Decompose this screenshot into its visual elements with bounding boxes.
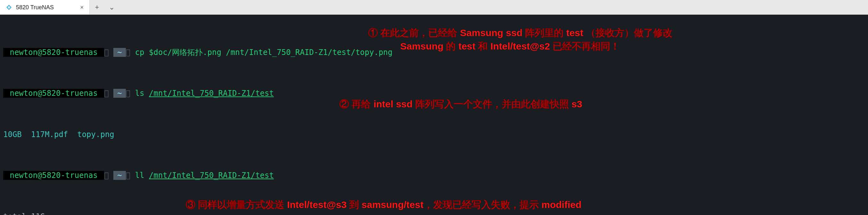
command-text: cp $doc/网络拓扑.png /mnt/Intel_750_RAID-Z1/… xyxy=(135,48,393,57)
ls-output: 117M.pdf topy.png xyxy=(22,130,114,139)
tab-menu-caret-icon[interactable]: ⌄ xyxy=(104,0,119,14)
prompt-sep-icon:  xyxy=(104,48,108,57)
annotation-1-line1: ① 在此之前，已经给 Samsung ssd 阵列里的 test （接收方）做了… xyxy=(368,28,672,38)
tab-title: 5820 TrueNAS xyxy=(16,4,54,10)
command-text: ll /mnt/Intel_750_RAID-Z1/test xyxy=(135,171,274,180)
terminal-line: total 11G xyxy=(3,212,865,215)
prompt-user-host: newton@5820-truenas xyxy=(3,48,104,57)
prompt-cwd: ~ xyxy=(113,48,125,57)
terminal-line: 10GB 117M.pdf topy.png xyxy=(3,130,865,140)
annotation-2: ② 再给 intel ssd 阵列写入一个文件，并由此创建快照 s3 xyxy=(339,99,582,109)
prompt-sep-icon:  xyxy=(126,48,130,57)
annotation-3: ③ 同样以增量方式发送 Intel/test@s3 到 samsung/test… xyxy=(186,200,582,210)
ls-output: 10GB xyxy=(3,130,22,139)
prompt-cwd: ~ xyxy=(113,171,125,180)
browser-tab-bar: 5820 TrueNAS × + ⌄ xyxy=(0,0,868,15)
terminal-line: newton@5820-truenas  ~ ls /mnt/Intel_7… xyxy=(3,88,865,98)
terminal-line: newton@5820-truenas  ~ ll /mnt/Intel_7… xyxy=(3,170,865,180)
prompt-user-host: newton@5820-truenas xyxy=(3,171,104,180)
command-text: ls /mnt/Intel_750_RAID-Z1/test xyxy=(135,89,274,98)
terminal-output[interactable]: newton@5820-truenas  ~ cp $doc/网络拓扑.pn… xyxy=(0,15,868,215)
prompt-cwd: ~ xyxy=(113,89,125,98)
new-tab-button[interactable]: + xyxy=(90,0,104,14)
browser-tab-truenas[interactable]: 5820 TrueNAS × xyxy=(0,0,90,14)
truenas-icon xyxy=(6,4,12,10)
prompt-user-host: newton@5820-truenas xyxy=(3,89,104,98)
terminal-line: newton@5820-truenas  ~ cp $doc/网络拓扑.pn… xyxy=(3,47,865,58)
close-icon[interactable]: × xyxy=(80,4,84,10)
